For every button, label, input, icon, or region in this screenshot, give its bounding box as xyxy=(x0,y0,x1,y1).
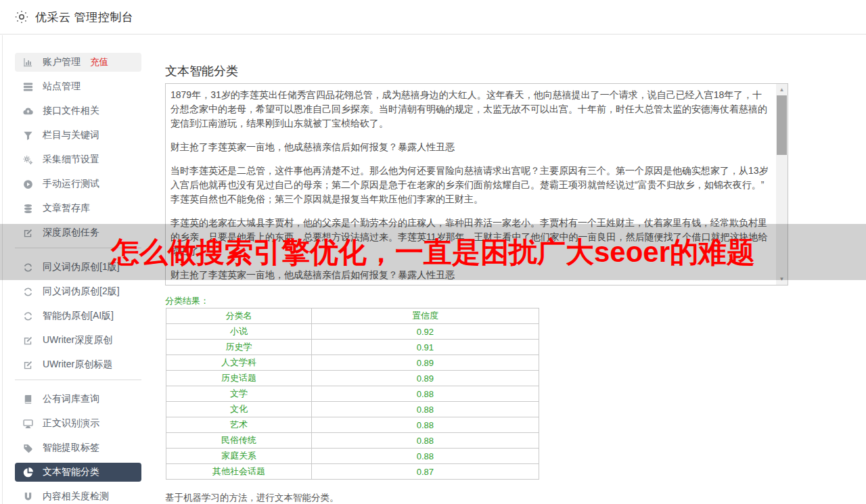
magnet-icon xyxy=(23,491,34,502)
table-cell: 小说 xyxy=(166,324,312,340)
table-cell: 0.88 xyxy=(311,433,539,449)
table-cell: 文化 xyxy=(166,402,312,417)
refresh-icon xyxy=(23,286,34,297)
sidebar-item[interactable]: 内容相关度检测 xyxy=(15,487,141,504)
table-cell: 文学 xyxy=(166,386,312,402)
classification-table: 分类名置信度小说0.92历史学0.91人文学科0.89历史话题0.89文学0.8… xyxy=(166,308,539,480)
gear-icon xyxy=(15,10,28,24)
sidebar-item[interactable]: 账户管理充值 xyxy=(15,53,141,72)
scrollbar-thumb[interactable] xyxy=(777,95,787,155)
gears-icon xyxy=(23,154,34,165)
pie-chart-icon xyxy=(23,467,34,478)
edit-icon xyxy=(23,335,34,346)
sidebar-item[interactable]: 同义词伪原创[2版] xyxy=(15,282,141,301)
sidebar-item[interactable]: 文章暂存库 xyxy=(15,199,141,218)
table-row: 艺术0.88 xyxy=(166,417,539,433)
table-cell: 其他社会话题 xyxy=(166,464,312,480)
table-cell: 历史话题 xyxy=(166,371,312,386)
sidebar-item-label: 智能提取标签 xyxy=(43,442,99,454)
sidebar-divider xyxy=(15,380,141,380)
table-cell: 0.88 xyxy=(311,449,539,464)
text-paragraph: 财主抢了李莲英家一亩地，他成慈禧亲信后如何报复？暴露人性丑恶 xyxy=(170,140,771,154)
sidebar-item[interactable]: 公有词库查询 xyxy=(15,390,141,409)
watermark-text: 怎么做搜索引擎优化，一直是困扰广大seoer的难题 xyxy=(111,233,755,271)
scrollbar-up-icon[interactable]: ▲ xyxy=(776,84,788,95)
table-row: 人文学科0.89 xyxy=(166,355,539,371)
server-icon xyxy=(23,81,34,92)
table-row: 文化0.88 xyxy=(166,402,539,417)
sidebar-item-label: 内容相关度检测 xyxy=(43,490,109,503)
watermark-overlay: 怎么做搜索引擎优化，一直是困扰广大seoer的难题 xyxy=(0,224,866,280)
sidebar-item-label: 公有词库查询 xyxy=(43,393,99,405)
sidebar-item-label: 手动运行测试 xyxy=(43,178,99,190)
table-header-cell: 分类名 xyxy=(166,308,312,324)
classification-table-body: 分类名置信度小说0.92历史学0.91人文学科0.89历史话题0.89文学0.8… xyxy=(166,308,539,480)
table-header-row: 分类名置信度 xyxy=(166,308,539,324)
table-cell: 艺术 xyxy=(166,417,312,433)
play-icon xyxy=(23,179,34,189)
sidebar-item-label: 正文识别演示 xyxy=(43,417,99,430)
monitor-icon xyxy=(23,418,34,429)
table-cell: 0.92 xyxy=(311,324,539,340)
table-header-cell: 置信度 xyxy=(311,308,539,324)
book-icon xyxy=(23,394,34,405)
sidebar-item-label: 账户管理 xyxy=(43,56,81,68)
app-title: 优采云 管理控制台 xyxy=(35,9,133,25)
recharge-badge[interactable]: 充值 xyxy=(90,56,108,68)
sidebar-item[interactable]: 栏目与关键词 xyxy=(15,126,141,145)
app-header: 优采云 管理控制台 xyxy=(0,0,866,35)
refresh-icon xyxy=(23,311,34,321)
bar-chart-icon xyxy=(23,57,34,68)
sidebar-item[interactable]: 智能提取标签 xyxy=(15,438,141,457)
sidebar-item[interactable]: UWriter深度原创 xyxy=(15,331,141,350)
page-title: 文本智能分类 xyxy=(165,63,238,79)
sidebar-item[interactable]: 站点管理 xyxy=(15,77,141,96)
table-cell: 0.89 xyxy=(311,371,539,386)
table-row: 历史学0.91 xyxy=(166,340,539,355)
sidebar-item-label: 站点管理 xyxy=(43,81,81,93)
table-row: 民俗传统0.88 xyxy=(166,433,539,449)
sidebar-item-label: 栏目与关键词 xyxy=(43,129,99,141)
table-cell: 0.88 xyxy=(311,402,539,417)
table-row: 文学0.88 xyxy=(166,386,539,402)
database-icon xyxy=(23,203,34,214)
table-cell: 0.88 xyxy=(311,417,539,433)
sidebar-item[interactable]: 接口文件相关 xyxy=(15,101,141,120)
table-cell: 民俗传统 xyxy=(166,433,312,449)
table-row: 历史话题0.89 xyxy=(166,371,539,386)
sidebar-item-label: 接口文件相关 xyxy=(43,105,99,117)
table-row: 家庭关系0.88 xyxy=(166,449,539,464)
text-paragraph: 当时李莲英还是二总管，这件事他再清楚不过。那么他为何还要冒险向慈禧请求出宫呢？主… xyxy=(170,164,771,206)
sidebar-item-label: 采集细节设置 xyxy=(43,154,99,166)
text-paragraph: 1879年，31岁的李莲英出任储秀宫四品花翎总管，成为慈禧身边的大红人。这年春天… xyxy=(170,88,771,131)
sidebar-item-label: UWriter深度原创 xyxy=(43,334,112,346)
table-cell: 人文学科 xyxy=(166,355,312,371)
table-row: 其他社会话题0.87 xyxy=(166,464,539,480)
sidebar-item[interactable]: 采集细节设置 xyxy=(15,150,141,169)
cloud-upload-icon xyxy=(23,106,34,116)
tag-icon xyxy=(23,442,34,453)
funnel-icon xyxy=(23,130,34,141)
table-cell: 0.88 xyxy=(311,386,539,402)
table-cell: 家庭关系 xyxy=(166,449,312,464)
table-cell: 历史学 xyxy=(166,340,312,355)
sidebar-item[interactable]: 正文识别演示 xyxy=(15,414,141,433)
sidebar-item-label: 同义词伪原创[2版] xyxy=(43,285,120,298)
sidebar-item[interactable]: 文本智能分类 xyxy=(15,463,141,482)
sidebar-item-label: 智能伪原创[AI版] xyxy=(43,310,114,322)
table-cell: 0.89 xyxy=(311,355,539,371)
footer-note: 基于机器学习的方法，进行文本智能分类。 xyxy=(165,492,339,504)
result-label: 分类结果： xyxy=(165,295,209,307)
sidebar-item-label: UWriter原创标题 xyxy=(43,359,112,371)
sidebar-item[interactable]: 智能伪原创[AI版] xyxy=(15,306,141,325)
sidebar-item[interactable]: UWriter原创标题 xyxy=(15,355,141,374)
table-row: 小说0.92 xyxy=(166,324,539,340)
sidebar-item[interactable]: 手动运行测试 xyxy=(15,175,141,193)
table-cell: 0.87 xyxy=(311,464,539,480)
sidebar-item-label: 文章暂存库 xyxy=(43,202,90,214)
sidebar-item-label: 文本智能分类 xyxy=(43,466,99,478)
edit-icon xyxy=(23,359,34,370)
table-cell: 0.91 xyxy=(311,340,539,355)
